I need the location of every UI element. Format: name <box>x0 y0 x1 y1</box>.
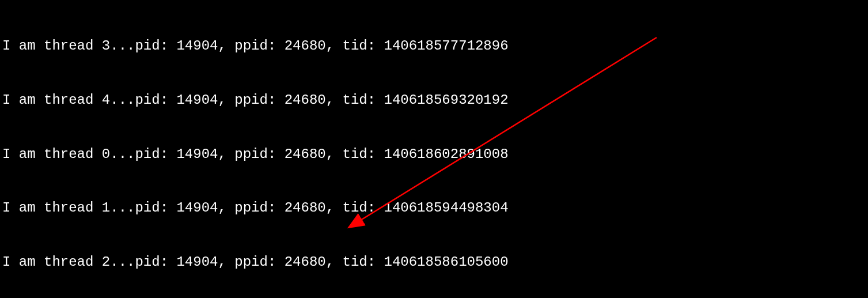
output-line: I am thread 2...pid: 14904, ppid: 24680,… <box>2 253 866 271</box>
output-line: I am thread 4...pid: 14904, ppid: 24680,… <box>2 91 866 109</box>
terminal-output[interactable]: I am thread 3...pid: 14904, ppid: 24680,… <box>2 1 866 298</box>
output-line: I am thread 0...pid: 14904, ppid: 24680,… <box>2 145 866 163</box>
output-line: I am thread 1...pid: 14904, ppid: 24680,… <box>2 199 866 217</box>
output-line: I am thread 3...pid: 14904, ppid: 24680,… <box>2 37 866 55</box>
